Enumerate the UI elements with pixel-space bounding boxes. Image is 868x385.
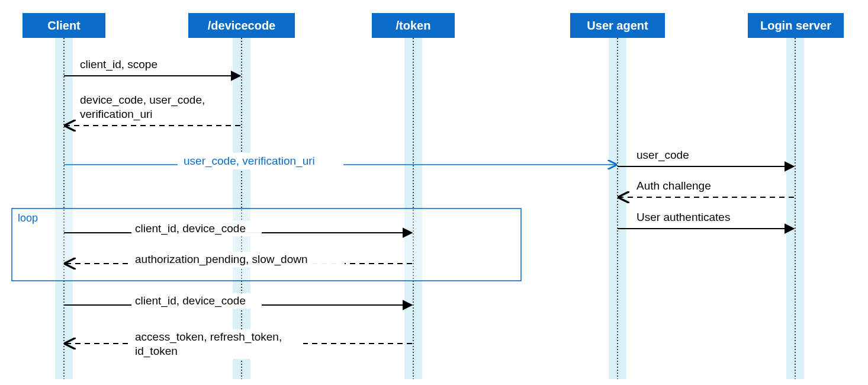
- loop-label: loop: [18, 212, 38, 224]
- msg-label-m5: Auth challenge: [636, 179, 711, 192]
- msg-label-m7: client_id, device_code: [135, 222, 246, 235]
- svg-text:User agent: User agent: [587, 19, 648, 32]
- msg-label-m10b: id_token: [135, 345, 178, 358]
- msg-label-m2a: device_code, user_code,: [80, 94, 205, 107]
- actor-useragent: User agent: [570, 13, 665, 38]
- actor-client: Client: [22, 13, 105, 38]
- svg-text:Client: Client: [47, 19, 81, 32]
- actor-token: /token: [372, 13, 455, 38]
- msg-label-m9: client_id, device_code: [135, 294, 246, 307]
- msg-label-m1: client_id, scope: [80, 58, 157, 71]
- msg-label-m2b: verification_uri: [80, 108, 153, 121]
- actor-devicecode: /devicecode: [188, 13, 295, 38]
- msg-label-m3: user_code, verification_uri: [184, 155, 315, 168]
- svg-text:Login server: Login server: [760, 19, 831, 32]
- actor-login: Login server: [748, 13, 844, 38]
- svg-text:/devicecode: /devicecode: [208, 19, 276, 32]
- msg-label-m4: user_code: [636, 149, 689, 162]
- sequence-diagram: Client /devicecode /token User agent Log…: [0, 0, 868, 385]
- svg-text:/token: /token: [396, 19, 431, 32]
- loop-frame: [12, 208, 521, 281]
- msg-label-m8: authorization_pending, slow_down: [135, 253, 308, 266]
- msg-label-m10a: access_token, refresh_token,: [135, 331, 282, 344]
- msg-label-m6: User authenticates: [636, 211, 730, 223]
